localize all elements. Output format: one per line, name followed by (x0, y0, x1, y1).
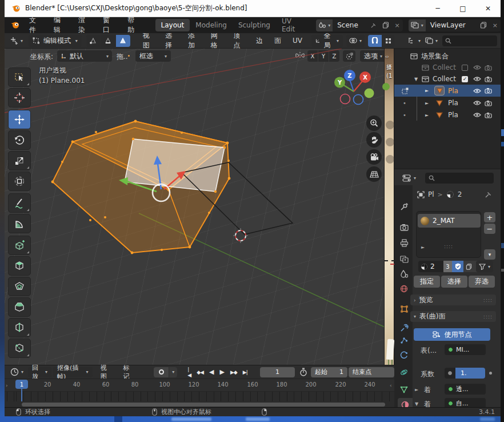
tool-annotate-button[interactable] (8, 193, 31, 213)
expand-icon[interactable]: ▼ (414, 77, 418, 82)
tab-material-icon[interactable] (398, 398, 413, 407)
ruler-expand-icon[interactable]: › (6, 383, 8, 388)
tool-move-button[interactable] (8, 110, 31, 129)
slot-specials-button[interactable]: ▾ (484, 249, 495, 260)
expand-icon[interactable]: ► (425, 88, 429, 93)
scene-collection-label[interactable]: 场景集合 (421, 51, 449, 61)
tab-constraints-icon[interactable] (397, 365, 411, 379)
snap-options-icon[interactable] (382, 35, 394, 47)
edge-select-icon[interactable] (101, 35, 115, 47)
new-material-icon[interactable] (463, 261, 474, 272)
record-options-icon[interactable]: ▾ (169, 367, 177, 377)
next-keyframe-button[interactable]: ▶◆ (228, 368, 239, 377)
render-visibility-icon[interactable] (485, 112, 492, 118)
tool-scale-button[interactable] (8, 151, 31, 170)
viewport-menu-view[interactable]: 视图 (137, 33, 160, 50)
tab-modifier-icon[interactable] (397, 321, 411, 335)
outliner-editor-icon[interactable] (408, 37, 416, 44)
keying-menu[interactable]: 抠像(插帧)▾ (53, 367, 93, 377)
properties-editor-icon[interactable] (402, 174, 411, 182)
assign-button[interactable]: 指定 (414, 276, 440, 288)
pin-id-icon[interactable] (485, 191, 492, 198)
tool-cursor-button[interactable] (8, 88, 31, 108)
camera-view-icon[interactable] (366, 149, 382, 165)
tool-inset-button[interactable] (8, 277, 31, 296)
scene-name[interactable]: Scene (333, 21, 367, 29)
material-slot-list[interactable]: 2_MAT ► :::: (416, 211, 481, 258)
outliner-row-object-active[interactable]: ► Pla (394, 85, 501, 97)
crumb-object[interactable]: Pl (428, 190, 434, 198)
menu-file[interactable]: 文件 (23, 15, 48, 35)
editor-type-icon[interactable] (9, 37, 18, 45)
render-visibility-icon[interactable] (485, 76, 492, 82)
current-frame-field[interactable]: 1 (260, 367, 295, 377)
viewport-3d[interactable]: 坐标系: 默认 ▾ 拖.. 框选 ▾ X Y Z (5, 49, 394, 365)
end-frame-field[interactable]: 结束点 (349, 367, 394, 377)
timeline-view-menu[interactable]: 视图 (95, 364, 118, 381)
viewport-menu-uv[interactable]: UV (287, 37, 308, 45)
viewport-menu-vertex[interactable]: 顶点 (227, 33, 250, 50)
add-slot-button[interactable]: + (484, 212, 495, 222)
shader1-expand-icon[interactable]: ► (415, 387, 418, 392)
tab-object-data-icon[interactable] (397, 383, 411, 396)
use-nodes-button[interactable]: 使用节点 (414, 328, 490, 341)
outliner-row-object-3[interactable]: • ► Pla (394, 109, 501, 121)
material-slot-active[interactable]: 2_MAT (418, 214, 481, 228)
workspace-tab-modeling[interactable]: Modeling (190, 19, 233, 31)
viewport-menu-edge[interactable]: 边 (250, 36, 269, 46)
render-visibility-icon[interactable] (485, 100, 492, 106)
eye-icon[interactable] (473, 65, 481, 70)
viewport-menu-face[interactable]: 面 (269, 36, 287, 46)
material-filter-dropdown[interactable]: ▾ (476, 261, 493, 272)
users-count-button[interactable]: 3 (443, 261, 452, 272)
blender-menu-icon[interactable] (10, 21, 20, 29)
tool-knife-button[interactable] (8, 339, 31, 358)
pin-scene-icon[interactable] (367, 22, 379, 29)
jump-start-button[interactable]: |◀ (185, 365, 193, 380)
workspace-tab-sculpting[interactable]: Sculpting (233, 19, 276, 31)
unlink-scene-icon[interactable]: × (392, 22, 403, 29)
playhead[interactable] (21, 388, 22, 401)
render-visibility-icon[interactable] (485, 87, 492, 94)
tool-add-cube-button[interactable] (8, 236, 31, 255)
object-name[interactable]: Pla (448, 99, 458, 107)
stopwatch-icon[interactable] (299, 368, 307, 376)
ruler-collapse-icon[interactable]: ‹ (390, 383, 392, 388)
expand-icon[interactable]: ► (425, 101, 429, 106)
menu-edit[interactable]: 编辑 (48, 15, 73, 35)
tool-bevel-button[interactable] (8, 297, 31, 317)
strip-pan-icon[interactable] (386, 138, 394, 146)
eye-icon[interactable] (473, 112, 481, 118)
viewlayer-datablock-icon[interactable]: ▾ (409, 19, 426, 31)
render-visibility-icon[interactable] (485, 65, 492, 71)
keyframe-dot-icon[interactable] (489, 372, 492, 375)
tab-scene-icon[interactable] (397, 267, 411, 281)
scene-selector[interactable]: ▾ Scene × (316, 19, 403, 31)
collection-label[interactable]: Collect (433, 75, 456, 83)
jump-end-button[interactable]: ▶| (241, 368, 250, 377)
eye-icon[interactable] (473, 100, 481, 106)
shader2-expand-icon[interactable]: ▼ (415, 401, 418, 407)
object-name-active[interactable]: Pla (448, 87, 458, 95)
menu-window[interactable]: 窗口 (97, 15, 122, 35)
pan-hand-icon[interactable] (366, 132, 382, 148)
outliner-display-mode-icon[interactable] (425, 37, 433, 44)
new-viewlayer-icon[interactable] (477, 22, 490, 29)
minimize-button[interactable]: ─ (425, 0, 450, 17)
current-frame-marker[interactable]: 1 (15, 380, 28, 389)
workspace-tab-layout[interactable]: Layout (155, 19, 190, 31)
list-expand-icon[interactable]: ► (421, 245, 425, 250)
shader2-field[interactable]: 自... (445, 398, 486, 407)
navigation-gizmo[interactable]: Z X Y (334, 66, 374, 106)
select-button[interactable]: 选择 (441, 276, 467, 288)
tool-loop-cut-button[interactable] (8, 318, 31, 337)
menu-help[interactable]: 帮助 (122, 15, 146, 35)
new-scene-icon[interactable] (379, 22, 392, 29)
strip-zoom-icon[interactable] (386, 121, 394, 129)
expand-icon[interactable]: ► (425, 113, 429, 118)
tool-extrude-button[interactable] (8, 256, 31, 276)
remove-slot-button[interactable]: − (484, 224, 495, 234)
playback-menu[interactable]: 回放▾ (28, 367, 51, 377)
exclude-checkbox-checked[interactable]: ✓ (462, 76, 468, 82)
viewport-menu-mesh[interactable]: 网格 (205, 33, 228, 50)
